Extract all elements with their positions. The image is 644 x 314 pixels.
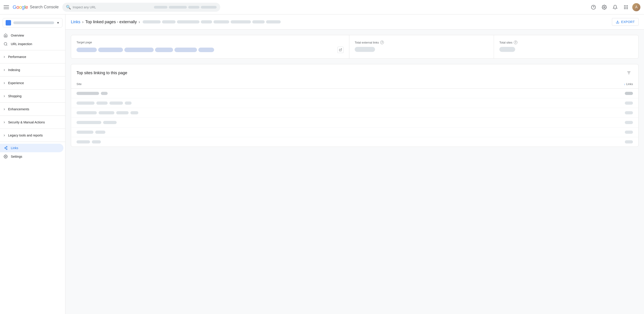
- security-chevron-icon: ›: [4, 120, 5, 124]
- total-sites-value: [499, 47, 633, 52]
- breadcrumb-links[interactable]: Links: [71, 20, 80, 24]
- chevron-down-icon: ▼: [56, 21, 60, 24]
- google-logo: Google: [13, 4, 28, 10]
- menu-icon[interactable]: [4, 4, 9, 10]
- total-sites-help-icon[interactable]: ?: [514, 40, 518, 44]
- row-links-5: [625, 130, 633, 134]
- row-links-3: [625, 111, 633, 114]
- breadcrumb: Links › Top linked pages - externally ›: [71, 20, 281, 24]
- enhancements-chevron-icon: ›: [4, 107, 5, 112]
- app-header: Google Search Console 🔍 Inspect any URL …: [0, 0, 644, 14]
- table-row[interactable]: [71, 89, 638, 98]
- svg-rect-4: [626, 5, 626, 6]
- export-button[interactable]: EXPORT: [612, 18, 638, 26]
- nav-divider-4: [0, 89, 65, 90]
- main-content: Links › Top linked pages - externally ›: [66, 14, 644, 314]
- sidebar-item-shopping[interactable]: › Shopping: [0, 91, 64, 100]
- experience-chevron-icon: ›: [4, 80, 5, 85]
- target-page-section: Target page: [71, 35, 349, 58]
- table-row[interactable]: [71, 137, 638, 146]
- content-header: Links › Top linked pages - externally ›: [66, 14, 644, 30]
- table-row[interactable]: [71, 128, 638, 137]
- svg-rect-7: [626, 7, 626, 8]
- sidebar-url-inspection-label: URL inspection: [11, 42, 32, 46]
- avatar[interactable]: A: [632, 3, 640, 11]
- content-body: Target page: [66, 30, 644, 152]
- sidebar-item-legacy[interactable]: › Legacy tools and reports: [0, 130, 64, 140]
- svg-point-12: [4, 42, 7, 45]
- row-links-2: [625, 102, 633, 105]
- table-row[interactable]: [71, 118, 638, 128]
- sites-table-header: Top sites linking to this page: [71, 64, 638, 77]
- svg-point-15: [6, 146, 7, 148]
- row-site-5: [76, 130, 625, 134]
- url-search-bar[interactable]: 🔍 Inspect any URL: [62, 3, 220, 12]
- svg-point-16: [6, 149, 7, 150]
- svg-rect-5: [627, 5, 628, 6]
- target-url-row: [76, 47, 344, 53]
- url-inspection-search-icon: [4, 42, 8, 46]
- filter-button[interactable]: [625, 69, 633, 77]
- col-links-header[interactable]: ↓ Links: [624, 82, 633, 86]
- property-selector[interactable]: ▼: [3, 18, 62, 28]
- shopping-chevron-icon: ›: [4, 94, 5, 98]
- home-icon: [4, 34, 8, 38]
- sidebar-shopping-label: Shopping: [8, 94, 22, 98]
- sidebar-enhancements-label: Enhancements: [8, 107, 29, 111]
- sidebar-security-label: Security & Manual Actions: [8, 120, 45, 124]
- nav-divider-5: [0, 102, 65, 103]
- table-row[interactable]: [71, 98, 638, 108]
- sidebar-item-settings[interactable]: Settings: [0, 152, 64, 161]
- sidebar-item-security[interactable]: › Security & Manual Actions: [0, 118, 64, 127]
- avatar-image: A: [632, 3, 640, 11]
- sidebar-item-performance[interactable]: › Performance: [0, 52, 64, 61]
- sidebar: ▼ Overview URL inspection › Performance …: [0, 14, 66, 314]
- sidebar-overview-label: Overview: [11, 34, 24, 37]
- search-icon: 🔍: [66, 5, 71, 10]
- sites-table-title: Top sites linking to this page: [76, 70, 127, 75]
- nav-divider-7: [0, 128, 65, 129]
- total-external-links-label: Total external links ?: [355, 40, 488, 44]
- nav-divider-2: [0, 63, 65, 64]
- help-button[interactable]: [589, 3, 598, 12]
- indexing-chevron-icon: ›: [4, 68, 5, 72]
- legacy-chevron-icon: ›: [4, 133, 5, 138]
- svg-rect-10: [626, 8, 626, 9]
- external-link-icon[interactable]: [337, 47, 344, 53]
- total-sites-label: Total sites ?: [499, 40, 633, 44]
- total-external-links-value: [355, 47, 488, 52]
- sidebar-item-overview[interactable]: Overview: [0, 31, 64, 40]
- svg-point-14: [5, 148, 6, 149]
- col-site-header: Site: [76, 82, 624, 86]
- row-links-6: [625, 140, 633, 144]
- table-column-headers: Site ↓ Links: [71, 80, 638, 89]
- settings-nav-icon: [4, 154, 8, 158]
- notifications-button[interactable]: [610, 3, 620, 12]
- sidebar-item-indexing[interactable]: › Indexing: [0, 65, 64, 74]
- row-links-1: [625, 92, 633, 95]
- row-site-1: [76, 92, 625, 95]
- sidebar-indexing-label: Indexing: [8, 68, 20, 72]
- sidebar-item-url-inspection[interactable]: URL inspection: [0, 40, 64, 48]
- table-row[interactable]: [71, 108, 638, 118]
- sidebar-item-enhancements[interactable]: › Enhancements: [0, 104, 64, 114]
- nav-divider-8: [0, 142, 65, 142]
- total-external-help-icon[interactable]: ?: [380, 40, 384, 44]
- target-page-label: Target page: [76, 40, 344, 44]
- nav-divider-1: [0, 50, 65, 50]
- svg-line-17: [6, 147, 6, 148]
- target-url-blur: [76, 48, 336, 52]
- sidebar-legacy-label: Legacy tools and reports: [8, 134, 43, 137]
- info-card: Target page: [71, 35, 638, 59]
- breadcrumb-separator-2: ›: [138, 20, 140, 24]
- sidebar-item-links[interactable]: Links: [0, 144, 64, 152]
- row-links-4: [625, 121, 633, 124]
- performance-chevron-icon: ›: [4, 54, 5, 59]
- apps-button[interactable]: [622, 3, 630, 12]
- nav-divider-3: [0, 76, 65, 76]
- settings-button[interactable]: [600, 3, 609, 12]
- total-external-links-section: Total external links ?: [349, 35, 494, 58]
- svg-point-19: [5, 156, 6, 157]
- svg-point-2: [604, 6, 605, 8]
- sidebar-item-experience[interactable]: › Experience: [0, 78, 64, 88]
